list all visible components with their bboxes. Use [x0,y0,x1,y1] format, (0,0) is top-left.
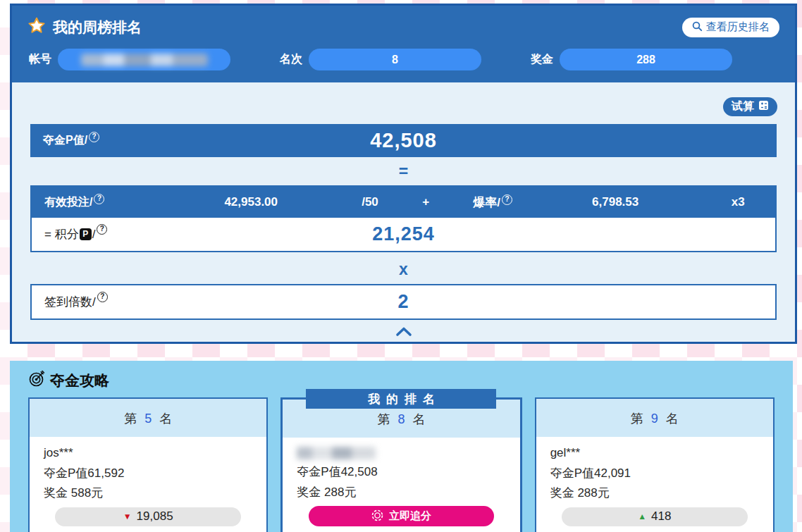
help-icon[interactable]: ? [97,292,108,302]
formula-area: 试算 夺金P值/? 42,508 = 有效投注/? 42,953.00 [12,82,795,340]
card-username: jos*** [44,444,252,462]
account-label: 帐号 [29,52,51,67]
rank-card-9: 第9名 gel*** 夺金P值42,091 奖金 288元 ▲ 418 [535,397,775,532]
burst-rate-label: 爆率/? [455,194,530,211]
card-p-value: 夺金P值61,592 [44,464,252,483]
help-icon[interactable]: ? [502,194,512,205]
delta-value: 418 [651,509,671,524]
prize-group: 奖金 288 [531,49,732,70]
burst-rate-value: 6,798.53 [530,195,701,209]
trial-calc-button[interactable]: 试算 [723,97,777,116]
rank-value-pill: 8 [309,49,481,70]
calculator-icon [758,100,769,113]
grab-gold-strategy-section: 夺金攻略 第5名 jos*** 夺金P值61,592 奖金 588元 ▼ 19,… [10,361,793,532]
weekly-ranking-header: 我的周榜排名 查看历史排名 帐号 名次 8 奖金 288 [12,6,795,82]
account-value-pill [58,49,230,70]
view-history-ranking-button[interactable]: 查看历史排名 [682,18,779,37]
rank-card-5: 第5名 jos*** 夺金P值61,592 奖金 588元 ▼ 19,085 [28,397,268,532]
grab-p-value-label: 夺金P值/? [43,133,99,148]
card-prize: 奖金 288元 [297,483,505,502]
card-p-value: 夺金P值42,091 [550,464,759,483]
prize-label: 奖金 [531,52,553,67]
search-icon [692,21,703,34]
card-username: gel*** [550,444,759,462]
help-icon[interactable]: ? [97,224,107,235]
account-group: 帐号 [29,49,230,70]
target-dart-icon [28,370,46,391]
up-triangle-icon: ▲ [638,512,646,521]
valid-bet-value: 42,953.00 [158,195,344,209]
burst-multiplier: x3 [701,195,775,209]
p-badge-icon: P [80,228,92,240]
delta-pill: ▲ 418 [562,507,748,526]
grab-p-value-row: 夺金P值/? 42,508 [30,124,777,157]
score-label: = 积分P/? [44,226,107,242]
rank-card-header: 第5名 [30,399,266,437]
grab-p-value: 42,508 [30,129,777,152]
formula-block: 有效投注/? 42,953.00 /50 + 爆率/? 6,798.53 x3 … [30,185,777,252]
strategy-title: 夺金攻略 [28,370,793,391]
rank-card-header: 第9名 [536,399,773,437]
down-triangle-icon: ▼ [123,512,132,521]
card-p-value: 夺金P值42,508 [297,463,505,481]
redacted-username [297,447,376,459]
signin-multiplier-block: 签到倍数/? 2 [30,284,777,320]
valid-bet-label: 有效投注/? [32,195,158,210]
delta-pill: ▼ 19,085 [55,507,241,526]
rank-number: 9 [651,412,658,426]
collapse-chevron[interactable] [12,326,795,340]
card-prize: 奖金 588元 [44,484,252,502]
signin-multiplier-label: 签到倍数/? [44,294,108,310]
prize-value-pill: 288 [560,49,732,70]
rank-number: 5 [144,412,152,426]
chip-icon [371,509,383,524]
plus-operator: + [396,195,455,209]
star-icon [27,16,46,38]
score-value: 21,254 [32,223,775,245]
rank-group: 名次 8 [280,49,481,70]
chase-button-label: 立即追分 [389,509,431,523]
signin-multiplier-value: 2 [32,291,775,313]
chase-points-button[interactable]: 立即追分 [309,506,495,526]
page-title: 我的周榜排名 [27,16,142,38]
page-title-text: 我的周榜排名 [53,18,142,37]
history-button-label: 查看历史排名 [706,20,770,34]
weekly-ranking-panel: 我的周榜排名 查看历史排名 帐号 名次 8 奖金 288 [10,4,797,344]
bet-divisor: /50 [344,195,396,209]
help-icon[interactable]: ? [89,132,99,142]
chevron-up-icon [395,327,412,339]
trial-button-label: 试算 [732,99,754,114]
my-rank-tab: 我的排名 [306,389,496,409]
strategy-title-text: 夺金攻略 [50,371,109,390]
equals-operator: = [12,163,795,180]
signin-multiplier-row: 签到倍数/? 2 [32,285,775,318]
rank-number: 8 [397,412,405,426]
times-operator: x [12,261,795,278]
rank-label: 名次 [280,52,302,67]
card-prize: 奖金 288元 [550,484,759,502]
redacted-account-value [81,54,208,66]
rank-card-8-my-rank: 我的排名 第8名 夺金P值42,508 奖金 288元 立即追分 [280,397,522,532]
formula-bar: 有效投注/? 42,953.00 /50 + 爆率/? 6,798.53 x3 [32,187,775,218]
score-row: = 积分P/? 21,254 [32,218,775,251]
help-icon[interactable]: ? [94,194,104,204]
delta-value: 19,085 [137,509,173,524]
